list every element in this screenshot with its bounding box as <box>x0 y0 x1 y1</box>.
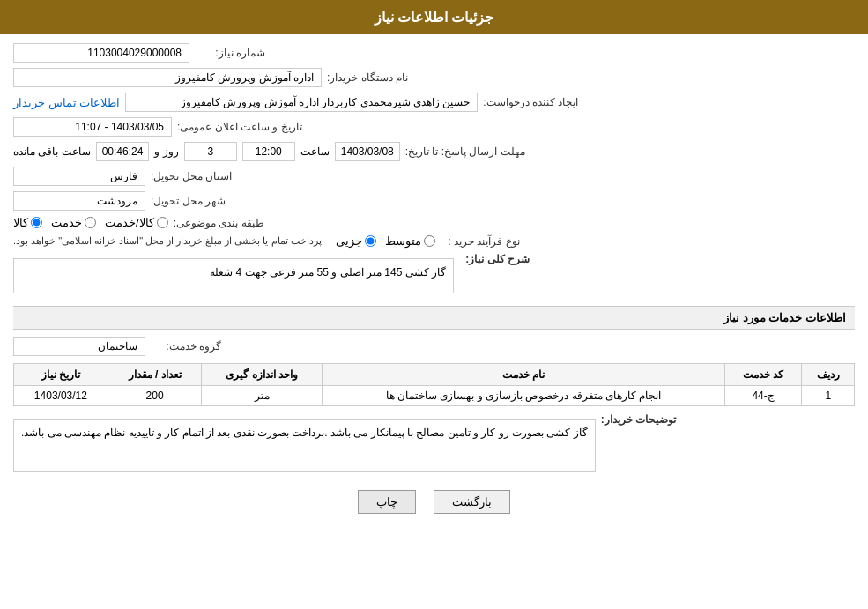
remaining-time: 00:46:24 <box>96 142 150 161</box>
services-section-title: اطلاعات خدمات مورد نیاز <box>13 306 855 330</box>
buyer-org-row: نام دستگاه خریدار: اداره آموزش وپرورش کا… <box>13 68 855 87</box>
buyer-org-value: اداره آموزش وپرورش کامفیروز <box>13 68 322 87</box>
purchase-type-row: نوع فرآیند خرید : متوسط جزیی پرداخت تمام… <box>13 234 855 248</box>
buyer-notes-value: گاز کشی بصورت رو کار و تامین مصالح با پی… <box>13 419 596 472</box>
page-header: جزئیات اطلاعات نیاز <box>0 0 868 34</box>
cell-unit: متر <box>202 386 323 406</box>
creator-label: ایجاد کننده درخواست: <box>483 96 578 108</box>
province-row: استان محل تحویل: فارس <box>13 167 855 186</box>
services-table: ردیف کد خدمت نام خدمت واحد اندازه گیری ت… <box>13 363 855 406</box>
main-content: شماره نیاز: 1103004029000008 نام دستگاه … <box>0 34 868 536</box>
need-number-label: شماره نیاز: <box>195 47 265 59</box>
deadline-date: 1403/03/08 <box>335 142 400 161</box>
announce-date-row: تاریخ و ساعت اعلان عمومی: 1403/03/05 - 1… <box>13 117 855 137</box>
need-number-row: شماره نیاز: 1103004029000008 <box>13 43 855 63</box>
page-title: جزئیات اطلاعات نیاز <box>375 10 494 25</box>
deadline-time-label: ساعت <box>300 145 330 158</box>
creator-row: ایجاد کننده درخواست: حسین زاهدی شیرمحمدی… <box>13 93 855 112</box>
col-date: تاریخ نیاز <box>14 364 108 386</box>
cell-service-name: انجام کارهای متفرقه درخصوص بازسازی و بهس… <box>323 386 725 406</box>
purchase-type-mutavasset[interactable]: متوسط <box>385 234 435 248</box>
category-options: کالا/خدمت خدمت کالا <box>13 216 168 229</box>
service-group-label: گروه خدمت: <box>151 340 221 353</box>
services-table-wrap: ردیف کد خدمت نام خدمت واحد اندازه گیری ت… <box>13 363 855 406</box>
send-deadline-row: مهلت ارسال پاسخ: تا تاریخ: 1403/03/08 سا… <box>13 142 855 161</box>
creator-value: حسین زاهدی شیرمحمدی کاربردار اداره آموزش… <box>125 93 478 112</box>
announce-date-value: 1403/03/05 - 11:07 <box>13 117 172 137</box>
table-row: 1 ج-44 انجام کارهای متفرقه درخصوص بازساز… <box>14 386 855 406</box>
purchase-note: پرداخت تمام یا بخشی از مبلغ خریدار از مح… <box>13 235 322 247</box>
category-row: طبقه بندی موضوعی: کالا/خدمت خدمت کالا <box>13 216 855 229</box>
city-value: مرودشت <box>13 191 145 211</box>
col-row-num: ردیف <box>802 364 855 386</box>
col-service-name: نام خدمت <box>323 364 725 386</box>
cell-row-num: 1 <box>802 386 855 406</box>
province-label: استان محل تحویل: <box>151 170 232 182</box>
col-unit: واحد اندازه گیری <box>202 364 323 386</box>
send-deadline-label: مهلت ارسال پاسخ: تا تاریخ: <box>405 145 525 158</box>
city-label: شهر محل تحویل: <box>151 195 226 207</box>
purchase-type-label: نوع فرآیند خرید : <box>441 235 520 248</box>
service-group-row: گروه خدمت: ساختمان <box>13 337 855 356</box>
service-group-value: ساختمان <box>13 337 145 356</box>
deadline-days: 3 <box>184 142 237 161</box>
remaining-label: ساعت باقی مانده <box>13 145 91 158</box>
province-value: فارس <box>13 167 145 186</box>
need-desc-row: شرح کلی نیاز: گاز کشی 145 متر اصلی و 55 … <box>13 253 855 299</box>
deadline-days-label: روز و <box>154 145 178 158</box>
buyer-notes-label: توضیحات خریدار: <box>601 413 676 426</box>
need-desc-label: شرح کلی نیاز: <box>459 253 530 265</box>
print-button[interactable]: چاپ <box>358 490 416 514</box>
col-quantity: تعداد / مقدار <box>108 364 202 386</box>
page-wrapper: جزئیات اطلاعات نیاز شماره نیاز: 11030040… <box>0 0 868 609</box>
back-button[interactable]: بازگشت <box>434 490 510 514</box>
buyer-org-label: نام دستگاه خریدار: <box>327 71 408 84</box>
bottom-buttons: بازگشت چاپ <box>13 490 855 514</box>
category-khidmat[interactable]: خدمت <box>51 216 96 229</box>
category-kala[interactable]: کالا <box>13 216 42 229</box>
deadline-time: 12:00 <box>242 142 295 161</box>
need-number-value: 1103004029000008 <box>13 43 189 63</box>
city-row: شهر محل تحویل: مرودشت <box>13 191 855 211</box>
cell-date: 1403/03/12 <box>14 386 108 406</box>
announce-date-label: تاریخ و ساعت اعلان عمومی: <box>177 121 302 133</box>
buyer-notes-row: توضیحات خریدار: گاز کشی بصورت رو کار و ت… <box>13 413 855 477</box>
contact-link[interactable]: اطلاعات تماس خریدار <box>13 96 120 109</box>
cell-service-code: ج-44 <box>724 386 802 406</box>
category-label: طبقه بندی موضوعی: <box>174 217 264 229</box>
col-service-code: کد خدمت <box>724 364 802 386</box>
purchase-type-jozi[interactable]: جزیی <box>336 234 376 248</box>
purchase-type-options: متوسط جزیی <box>336 234 435 248</box>
need-desc-value: گاز کشی 145 متر اصلی و 55 متر فرعی جهت 4… <box>13 258 454 293</box>
cell-quantity: 200 <box>108 386 202 406</box>
category-kala-khidmat[interactable]: کالا/خدمت <box>105 216 168 229</box>
